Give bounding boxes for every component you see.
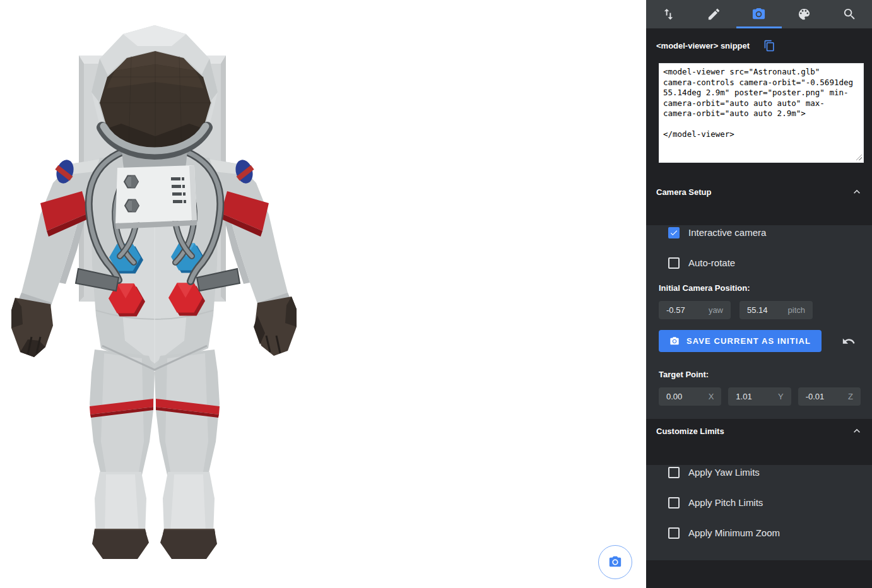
collapse-camera-setup-button[interactable] bbox=[851, 185, 863, 198]
interactive-camera-checkbox-row[interactable]: Interactive camera bbox=[668, 225, 872, 240]
panel-footer bbox=[646, 560, 872, 588]
search-icon bbox=[842, 7, 857, 21]
palette-icon bbox=[797, 7, 811, 21]
snippet-editor: <model-viewer src="Astronaut.glb" camera… bbox=[659, 63, 864, 163]
camera-icon bbox=[608, 555, 622, 569]
target-x-value: 0.00 bbox=[666, 392, 682, 401]
initial-camera-position-label: Initial Camera Position: bbox=[659, 283, 872, 293]
camera-setup-title: Camera Setup bbox=[656, 187, 711, 197]
customize-limits-body: Apply Yaw Limits Apply Pitch Limits Appl… bbox=[646, 465, 872, 560]
yaw-unit: yaw bbox=[702, 305, 723, 315]
apply-pitch-limits-checkbox[interactable] bbox=[668, 497, 680, 509]
active-tab-indicator bbox=[736, 26, 782, 28]
camera-icon bbox=[751, 7, 766, 21]
camera-setup-header[interactable]: Camera Setup bbox=[646, 180, 872, 204]
auto-rotate-label: Auto-rotate bbox=[688, 257, 735, 268]
astronaut-model bbox=[0, 0, 646, 588]
target-x-field[interactable]: 0.00 X bbox=[659, 387, 721, 406]
target-point-label: Target Point: bbox=[659, 370, 872, 380]
target-x-unit: X bbox=[702, 392, 714, 401]
pitch-unit: pitch bbox=[782, 305, 805, 315]
chevron-up-icon bbox=[851, 185, 863, 198]
tab-edit[interactable] bbox=[692, 0, 737, 28]
apply-minimum-zoom-checkbox[interactable] bbox=[668, 527, 680, 539]
customize-limits-header[interactable]: Customize Limits bbox=[646, 419, 872, 443]
copy-icon bbox=[763, 40, 775, 52]
camera-setup-body: Interactive camera Auto-rotate Initial C… bbox=[646, 225, 872, 419]
auto-rotate-checkbox-row[interactable]: Auto-rotate bbox=[668, 256, 872, 270]
collapse-customize-limits-button[interactable] bbox=[851, 425, 863, 437]
save-current-as-initial-button[interactable]: SAVE CURRENT AS INITIAL bbox=[659, 330, 822, 352]
target-y-field[interactable]: 1.01 Y bbox=[728, 387, 791, 406]
copy-snippet-button[interactable] bbox=[763, 40, 775, 52]
yaw-value: -0.57 bbox=[666, 305, 685, 315]
astronaut-boot-left bbox=[92, 472, 149, 559]
toolbar bbox=[646, 0, 872, 28]
check-icon bbox=[669, 228, 678, 237]
model-viewport[interactable] bbox=[0, 0, 646, 588]
apply-pitch-limits-label: Apply Pitch Limits bbox=[688, 497, 763, 508]
target-y-unit: Y bbox=[772, 392, 784, 401]
tab-camera[interactable] bbox=[736, 0, 782, 28]
interactive-camera-checkbox[interactable] bbox=[668, 227, 680, 238]
initial-camera-position-fields: -0.57 yaw 55.14 pitch bbox=[659, 301, 861, 319]
snippet-code-textarea[interactable]: <model-viewer src="Astronaut.glb" camera… bbox=[659, 63, 864, 163]
astronaut-boot-right bbox=[160, 472, 217, 559]
tab-materials[interactable] bbox=[782, 0, 827, 28]
target-z-value: -0.01 bbox=[806, 392, 825, 401]
astronaut-glove-left bbox=[11, 298, 53, 357]
save-button-label: SAVE CURRENT AS INITIAL bbox=[686, 336, 811, 346]
customize-limits-title: Customize Limits bbox=[656, 426, 724, 436]
target-y-value: 1.01 bbox=[736, 392, 751, 401]
astronaut-glove-right bbox=[254, 297, 297, 356]
save-row: SAVE CURRENT AS INITIAL bbox=[659, 330, 856, 352]
tab-inspector[interactable] bbox=[827, 0, 872, 28]
apply-yaw-limits-label: Apply Yaw Limits bbox=[688, 467, 760, 478]
target-z-field[interactable]: -0.01 Z bbox=[798, 387, 861, 406]
apply-pitch-limits-checkbox-row[interactable]: Apply Pitch Limits bbox=[668, 495, 872, 510]
apply-minimum-zoom-checkbox-row[interactable]: Apply Minimum Zoom bbox=[668, 526, 872, 540]
chevron-up-icon bbox=[851, 425, 863, 437]
auto-rotate-checkbox[interactable] bbox=[668, 257, 680, 269]
yaw-field[interactable]: -0.57 yaw bbox=[659, 301, 731, 319]
import-export-icon bbox=[661, 7, 676, 21]
undo-button[interactable] bbox=[842, 334, 856, 348]
astronaut-leg-left bbox=[90, 350, 155, 475]
interactive-camera-label: Interactive camera bbox=[688, 227, 766, 238]
target-z-unit: Z bbox=[842, 392, 853, 401]
section-camera-setup: Camera Setup Interactive camera Auto-rot… bbox=[646, 180, 872, 419]
apply-yaw-limits-checkbox-row[interactable]: Apply Yaw Limits bbox=[668, 465, 872, 479]
apply-minimum-zoom-label: Apply Minimum Zoom bbox=[688, 527, 780, 538]
snippet-header: <model-viewer> snippet bbox=[646, 28, 872, 63]
astronaut-chest-panel bbox=[115, 165, 197, 229]
apply-yaw-limits-checkbox[interactable] bbox=[668, 467, 680, 478]
pitch-field[interactable]: 55.14 pitch bbox=[739, 301, 813, 319]
pencil-icon bbox=[707, 7, 721, 21]
snippet-title: <model-viewer> snippet bbox=[656, 41, 750, 50]
tab-file-controls[interactable] bbox=[646, 0, 692, 28]
download-screenshot-button[interactable] bbox=[598, 545, 632, 579]
editor-panel: <model-viewer> snippet <model-viewer src… bbox=[646, 0, 872, 588]
target-point-fields: 0.00 X 1.01 Y -0.01 Z bbox=[659, 387, 861, 406]
section-customize-limits: Customize Limits Apply Yaw Limits Apply … bbox=[646, 419, 872, 560]
undo-icon bbox=[842, 334, 856, 348]
astronaut-leg-right bbox=[155, 350, 220, 475]
pitch-value: 55.14 bbox=[747, 305, 768, 315]
camera-icon bbox=[669, 336, 680, 346]
